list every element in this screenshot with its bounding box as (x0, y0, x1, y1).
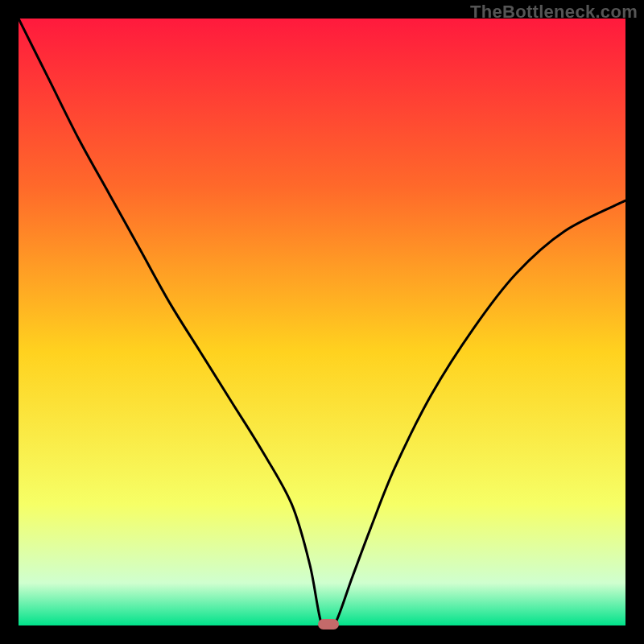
plot-svg (19, 19, 625, 625)
chart-frame: TheBottleneck.com (0, 0, 644, 644)
optimum-marker (318, 619, 339, 630)
plot-area (19, 19, 625, 625)
watermark-text: TheBottleneck.com (470, 2, 638, 23)
gradient-bg (19, 19, 625, 625)
